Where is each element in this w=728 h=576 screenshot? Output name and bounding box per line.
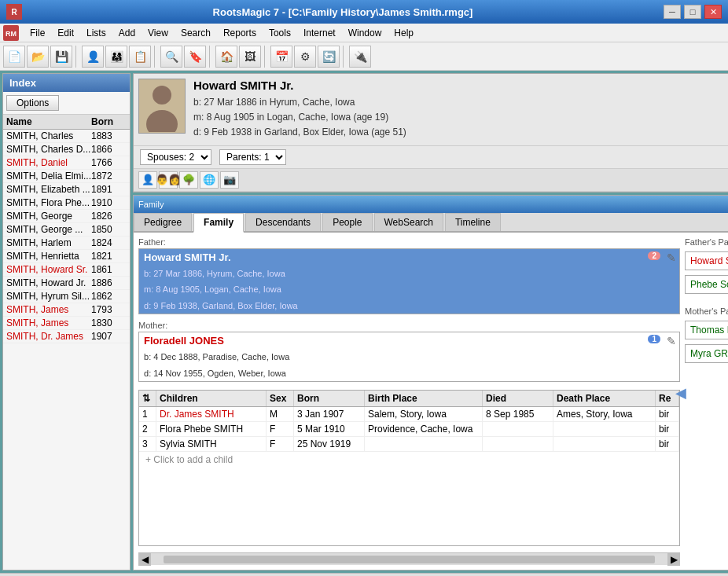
menu-lists[interactable]: Lists bbox=[80, 26, 112, 40]
ch-col-birth-place: Birth Place bbox=[365, 391, 483, 406]
options-button[interactable]: Options bbox=[6, 95, 59, 111]
tree-icon-btn[interactable]: 🌳 bbox=[179, 171, 198, 189]
maximize-button[interactable]: □ bbox=[684, 5, 701, 19]
svg-text:RM: RM bbox=[6, 30, 17, 38]
mother-box[interactable]: 1 ✎ Floradell JONES b: 4 Dec 1888, Parad… bbox=[138, 332, 680, 382]
ch-re: bir bbox=[656, 437, 679, 451]
list-item[interactable]: SMITH, James1830 bbox=[3, 317, 130, 330]
ch-death-place: Ames, Story, Iowa bbox=[553, 407, 656, 421]
menu-bar: RM File Edit Lists Add View Search Repor… bbox=[0, 24, 728, 42]
toolbar-sep4 bbox=[264, 46, 267, 68]
children-header: ⇅ Children Sex Born Birth Place Died Dea… bbox=[139, 391, 679, 407]
tab-family[interactable]: Family bbox=[193, 213, 244, 233]
menu-internet[interactable]: Internet bbox=[297, 26, 342, 40]
list-item[interactable]: SMITH, Charles1883 bbox=[3, 130, 130, 143]
list-item[interactable]: SMITH, Henrietta1821 bbox=[3, 250, 130, 263]
mother-edit-icon[interactable]: ✎ bbox=[667, 335, 676, 347]
gp4-box[interactable]: Myra GRIFFITHS 💡 ✎ ▶ bbox=[685, 344, 728, 363]
nav-left-arrow[interactable]: ◀ bbox=[675, 384, 686, 402]
list-item[interactable]: SMITH, Dr. James1907 bbox=[3, 330, 130, 343]
index-list[interactable]: SMITH, Charles1883 SMITH, Charles D...18… bbox=[3, 130, 130, 570]
parents-select[interactable]: Parents: 1 bbox=[219, 149, 286, 165]
toolbar-search[interactable]: 🔍 bbox=[160, 46, 182, 68]
menu-view[interactable]: View bbox=[142, 26, 175, 40]
table-row[interactable]: 3 Sylvia SMITH F 25 Nov 1919 bir bbox=[139, 437, 679, 452]
globe-icon-btn[interactable]: 🌐 bbox=[200, 171, 219, 189]
list-item[interactable]: SMITH, Flora Phe...1910 bbox=[3, 196, 130, 210]
tab-pedigree[interactable]: Pedigree bbox=[134, 213, 192, 231]
list-item[interactable]: SMITH, Delia Elmi...1872 bbox=[3, 170, 130, 183]
person-info: Howard SMITH Jr. b: 27 Mar 1886 in Hyrum… bbox=[193, 79, 728, 141]
father-born-detail: b: 27 Mar 1886, Hyrum, Cache, Iowa bbox=[139, 266, 679, 282]
toolbar-list[interactable]: 📋 bbox=[129, 46, 151, 68]
ch-name: Dr. James SMITH bbox=[156, 407, 267, 421]
menu-add[interactable]: Add bbox=[112, 26, 142, 40]
toolbar-person[interactable]: 👤 bbox=[82, 46, 104, 68]
person-died: d: 9 Feb 1938 in Garland, Box Elder, Iow… bbox=[193, 125, 728, 140]
menu-window[interactable]: Window bbox=[342, 26, 388, 40]
tab-descendants[interactable]: Descendants bbox=[245, 213, 321, 231]
toolbar-media[interactable]: 🖼 bbox=[239, 46, 261, 68]
toolbar-sync[interactable]: 🔄 bbox=[318, 46, 340, 68]
tab-websearch[interactable]: WebSearch bbox=[374, 213, 443, 231]
toolbar-save[interactable]: 💾 bbox=[50, 46, 72, 68]
h-scrollbar[interactable]: ◀ ▶ bbox=[138, 552, 680, 565]
gp3-box[interactable]: Thomas Kay JONES ✎ ▶ bbox=[685, 321, 728, 339]
ch-birth-place: Providence, Cache, Iowa bbox=[365, 422, 483, 436]
ch-born: 3 Jan 1907 bbox=[294, 407, 365, 421]
menu-reports[interactable]: Reports bbox=[217, 26, 263, 40]
title-bar: R RootsMagic 7 - [C:\Family History\Jame… bbox=[0, 0, 728, 24]
tab-timeline[interactable]: Timeline bbox=[445, 213, 501, 231]
list-item[interactable]: SMITH, Hyrum Sil...1862 bbox=[3, 290, 130, 303]
camera-icon-btn[interactable]: 📷 bbox=[220, 171, 239, 189]
list-item[interactable]: SMITH, Howard Sr.1861 bbox=[3, 263, 130, 277]
table-row[interactable]: 2 Flora Phebe SMITH F 5 Mar 1910 Provide… bbox=[139, 422, 679, 437]
list-item[interactable]: SMITH, George1826 bbox=[3, 210, 130, 223]
list-item[interactable]: SMITH, Daniel1766 bbox=[3, 156, 130, 170]
tab-people[interactable]: People bbox=[322, 213, 372, 231]
menu-tools[interactable]: Tools bbox=[263, 26, 297, 40]
window-title: RootsMagic 7 - [C:\Family History\James … bbox=[22, 6, 664, 18]
scroll-left-btn[interactable]: ◀ bbox=[138, 553, 151, 566]
father-edit-icon[interactable]: ✎ bbox=[667, 251, 676, 264]
toolbar-nav-home[interactable]: 🏠 bbox=[215, 46, 237, 68]
list-item[interactable]: SMITH, Elizabeth ...1891 bbox=[3, 183, 130, 196]
toolbar-open[interactable]: 📂 bbox=[27, 46, 49, 68]
list-item[interactable]: SMITH, George ...1850 bbox=[3, 223, 130, 237]
menu-search[interactable]: Search bbox=[175, 26, 217, 40]
toolbar-new[interactable]: 📄 bbox=[3, 46, 25, 68]
list-item[interactable]: SMITH, James1793 bbox=[3, 303, 130, 317]
ch-sort-icon[interactable]: ⇅ bbox=[139, 391, 156, 406]
close-button[interactable]: ✕ bbox=[704, 5, 722, 19]
menu-edit[interactable]: Edit bbox=[51, 26, 80, 40]
spouses-select[interactable]: Spouses: 2 bbox=[140, 149, 211, 165]
list-item[interactable]: SMITH, Charles D...1866 bbox=[3, 143, 130, 156]
scroll-track[interactable] bbox=[164, 556, 655, 563]
inner-title-text: Family bbox=[138, 200, 164, 209]
menu-file[interactable]: File bbox=[24, 26, 51, 40]
add-child-row[interactable]: + Click to add a child bbox=[139, 452, 679, 468]
index-col-header: Name Born bbox=[3, 115, 130, 130]
table-row[interactable]: 1 Dr. James SMITH M 3 Jan 1907 Salem, St… bbox=[139, 407, 679, 422]
toolbar-bookmark[interactable]: 🔖 bbox=[184, 46, 206, 68]
grandparents-section: ◀ Father's Parents: Howard SMITH Sr. ✎ ▶… bbox=[685, 237, 728, 565]
scroll-right-btn[interactable]: ▶ bbox=[667, 553, 680, 566]
toolbar-sep2 bbox=[154, 46, 157, 68]
gp2-box[interactable]: Phebe Sophia DAVIS ✎ ▶ bbox=[685, 275, 728, 294]
family-icon-btn[interactable]: 👨‍👩 bbox=[159, 171, 178, 189]
list-item[interactable]: SMITH, Harlem1824 bbox=[3, 237, 130, 250]
gp1-box[interactable]: Howard SMITH Sr. ✎ ▶ bbox=[685, 251, 728, 270]
toolbar-settings[interactable]: ⚙ bbox=[294, 46, 316, 68]
svg-point-3 bbox=[153, 86, 171, 105]
toolbar-sep5 bbox=[343, 46, 346, 68]
person-icon-btn[interactable]: 👤 bbox=[138, 171, 157, 189]
icon-row: 👤 👨‍👩 🌳 🌐 📷 bbox=[134, 169, 728, 192]
minimize-button[interactable]: ─ bbox=[664, 5, 681, 19]
toolbar-calendar[interactable]: 📅 bbox=[270, 46, 292, 68]
list-item[interactable]: SMITH, Howard Jr.1886 bbox=[3, 277, 130, 290]
ch-re: bir bbox=[656, 422, 679, 436]
menu-help[interactable]: Help bbox=[388, 26, 420, 40]
toolbar-family[interactable]: 👨‍👩‍👧 bbox=[105, 46, 127, 68]
toolbar-plugin[interactable]: 🔌 bbox=[349, 46, 371, 68]
father-box[interactable]: 2 ✎ Howard SMITH Jr. b: 27 Mar 1886, Hyr… bbox=[138, 248, 680, 315]
